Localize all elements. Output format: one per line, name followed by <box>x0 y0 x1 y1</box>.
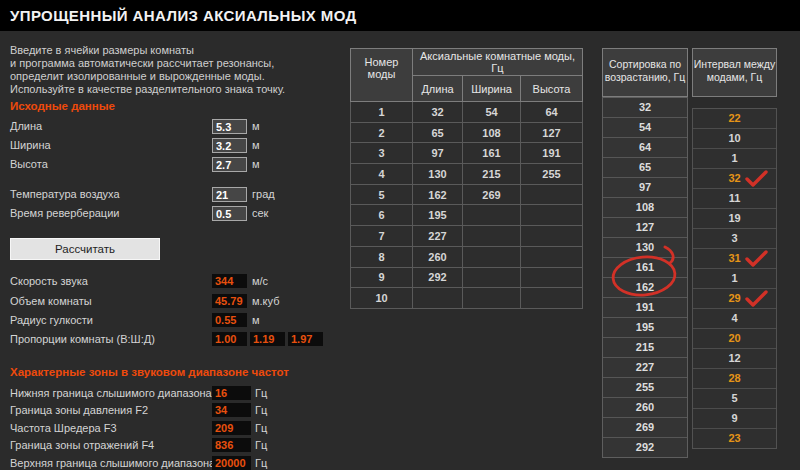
modes-table-row: 7227 <box>351 226 583 247</box>
modes-table-cell: 292 <box>413 267 463 288</box>
modes-table-header-axial: Аксиальные комнатные моды, Гц <box>413 49 583 76</box>
modes-table-cell: 260 <box>413 246 463 267</box>
modes-table-cell: 227 <box>413 226 463 247</box>
zone-f4-unit: Гц <box>255 439 267 451</box>
volume-value: 45.79 <box>212 294 247 308</box>
temperature-unit: град <box>252 188 275 200</box>
sorted-value-cell: 227 <box>603 358 687 378</box>
interval-value-cell: 11 <box>693 189 776 209</box>
length-label: Длина <box>10 120 42 132</box>
modes-table-cell <box>521 246 583 267</box>
modes-table-cell <box>521 205 583 226</box>
modes-table-subheader-length: Длина <box>413 76 463 102</box>
page-title: УПРОЩЕННЫЙ АНАЛИЗ АКСИАЛЬНЫХ МОД <box>10 7 357 24</box>
modes-table-cell: 195 <box>413 205 463 226</box>
interval-value-cell: 9 <box>693 409 776 429</box>
temperature-input[interactable] <box>212 187 247 202</box>
interval-value: 3 <box>731 232 737 244</box>
zone-f1-value: 16 <box>212 386 251 400</box>
temperature-label: Температура воздуха <box>10 188 120 200</box>
modes-table-cell: 2 <box>351 122 413 143</box>
modes-table-cell: 9 <box>351 267 413 288</box>
modes-table-cell: 3 <box>351 143 413 164</box>
height-input[interactable] <box>212 157 247 172</box>
sorted-value-cell: 32 <box>603 98 687 118</box>
modes-table-cell: 8 <box>351 246 413 267</box>
interval-value: 32 <box>728 172 740 184</box>
interval-value: 20 <box>728 332 740 344</box>
modes-table-cell: 6 <box>351 205 413 226</box>
reverb-unit: сек <box>252 207 268 219</box>
sorted-column: 3254646597108127130161162191195215227255… <box>602 97 688 458</box>
sorted-value-cell: 64 <box>603 138 687 158</box>
length-unit: м <box>252 120 260 132</box>
interval-value: 19 <box>728 212 740 224</box>
modes-table-cell: 127 <box>521 122 583 143</box>
modes-table-row: 8260 <box>351 246 583 267</box>
interval-value-cell: 5 <box>693 389 776 409</box>
interval-value-cell: 28 <box>693 369 776 389</box>
width-input[interactable] <box>212 138 247 153</box>
zone-f2-label: Граница зоны давления F2 <box>10 404 148 416</box>
sorted-value-cell: 191 <box>603 298 687 318</box>
interval-value-cell: 12 <box>693 349 776 369</box>
modes-table-cell: 5 <box>351 184 413 205</box>
modes-table-subheader-width: Ширина <box>463 76 521 102</box>
modes-table-cell: 269 <box>463 184 521 205</box>
interval-value: 1 <box>731 272 737 284</box>
interval-value-cell: 3 <box>693 229 776 249</box>
reverb-input[interactable] <box>212 206 247 221</box>
modes-table-cell <box>463 205 521 226</box>
modes-table-cell: 108 <box>463 122 521 143</box>
zone-f3-unit: Гц <box>255 422 267 434</box>
calculate-button[interactable]: Рассчитать <box>10 238 160 260</box>
length-input[interactable] <box>212 119 247 134</box>
modes-table-cell <box>463 267 521 288</box>
modes-table-cell: 162 <box>413 184 463 205</box>
interval-value-cell: 29 <box>693 289 776 309</box>
width-unit: м <box>252 139 260 151</box>
sorted-value-cell: 127 <box>603 218 687 238</box>
modes-table-cell <box>521 267 583 288</box>
intro-line: и программа автоматически рассчитает рез… <box>10 57 285 70</box>
modes-table-row: 397161191 <box>351 143 583 164</box>
proportion-value-3: 1.97 <box>288 332 323 346</box>
modes-table-row: 1325464 <box>351 102 583 123</box>
modes-table-cell: 54 <box>463 102 521 123</box>
interval-value: 22 <box>728 112 740 124</box>
interval-value: 9 <box>731 412 737 424</box>
modes-table-cell <box>521 288 583 309</box>
interval-value: 5 <box>731 392 737 404</box>
height-unit: м <box>252 158 260 170</box>
interval-value-cell: 23 <box>693 429 776 448</box>
modes-table-cell: 64 <box>521 102 583 123</box>
modes-table-cell: 1 <box>351 102 413 123</box>
modes-table-cell <box>463 288 521 309</box>
interval-value: 4 <box>731 312 737 324</box>
proportion-value-2: 1.19 <box>250 332 285 346</box>
modes-table-cell: 255 <box>521 164 583 185</box>
speed-label: Скорость звука <box>10 275 88 287</box>
modes-table-cell <box>463 246 521 267</box>
sorted-value-cell: 65 <box>603 158 687 178</box>
zones-section-heading: Характерные зоны в звуковом диапазоне ча… <box>10 366 289 378</box>
modes-table-subheader-height: Высота <box>521 76 583 102</box>
intro-text: Введите в ячейки размеры комнаты и прогр… <box>10 44 285 96</box>
sorted-value-cell: 161 <box>603 258 687 278</box>
modes-table-body: 1325464265108127397161191413021525551622… <box>351 102 583 309</box>
modes-table-cell: 97 <box>413 143 463 164</box>
interval-value-cell: 22 <box>693 109 776 129</box>
modes-table-header-mode: Номер моды <box>351 49 413 102</box>
proportion-value-1: 1.00 <box>212 332 247 346</box>
sorted-column-header: Сортировка по возрастанию, Гц <box>602 48 688 97</box>
app-window: УПРОЩЕННЫЙ АНАЛИЗ АКСИАЛЬНЫХ МОД Введите… <box>0 0 800 470</box>
interval-value: 28 <box>728 372 740 384</box>
interval-value-cell: 1 <box>693 269 776 289</box>
modes-table-cell: 10 <box>351 288 413 309</box>
interval-value-cell: 1 <box>693 149 776 169</box>
interval-column: 2210132111933112942012285923 <box>692 108 777 449</box>
modes-table-row: 5162269 <box>351 184 583 205</box>
zone-f3-label: Частота Шредера F3 <box>10 422 117 434</box>
radius-label: Радиус гулкости <box>10 314 93 326</box>
interval-value-cell: 31 <box>693 249 776 269</box>
